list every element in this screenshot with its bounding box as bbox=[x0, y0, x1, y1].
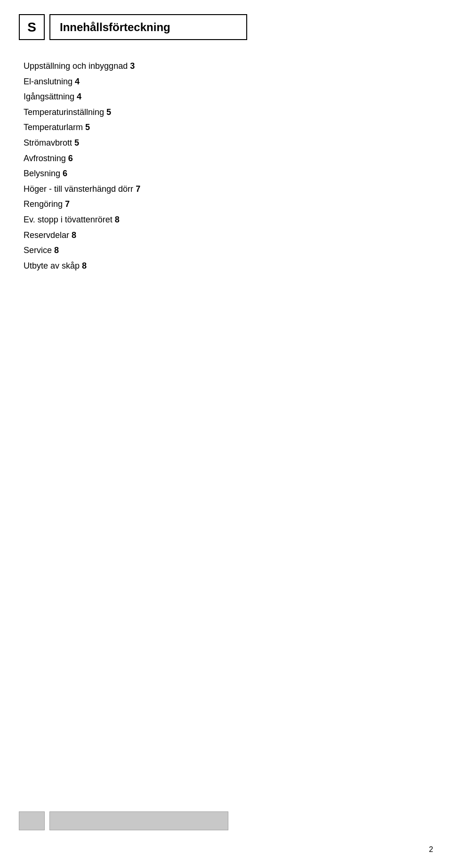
toc-item-number: 4 bbox=[77, 92, 81, 101]
toc-item: Avfrostning 6 bbox=[24, 151, 433, 166]
toc-content: Uppställning och inbyggnad 3El-anslutnin… bbox=[19, 54, 433, 273]
footer-boxes bbox=[19, 811, 228, 830]
toc-item-number: 8 bbox=[115, 215, 120, 224]
toc-item-text: Avfrostning bbox=[24, 154, 68, 163]
toc-item-number: 4 bbox=[75, 77, 80, 86]
footer-large-box bbox=[49, 811, 228, 830]
toc-item-text: Service bbox=[24, 246, 54, 255]
footer-small-box bbox=[19, 811, 45, 830]
toc-item-text: Temperaturlarm bbox=[24, 123, 85, 132]
toc-item: Strömavbrott 5 bbox=[24, 136, 433, 150]
toc-item-text: Ev. stopp i tövattenröret bbox=[24, 215, 115, 224]
toc-item-text: Rengöring bbox=[24, 199, 65, 209]
page-number: 2 bbox=[429, 845, 433, 854]
toc-item-number: 7 bbox=[136, 184, 140, 194]
toc-item: Service 8 bbox=[24, 243, 433, 258]
toc-item: Utbyte av skåp 8 bbox=[24, 259, 433, 273]
toc-item-number: 5 bbox=[74, 138, 79, 147]
toc-item-number: 7 bbox=[65, 199, 70, 209]
toc-item-number: 5 bbox=[85, 123, 90, 132]
toc-item: Rengöring 7 bbox=[24, 197, 433, 212]
toc-item-text: Reservdelar bbox=[24, 230, 72, 240]
toc-item-number: 8 bbox=[54, 246, 59, 255]
toc-item-text: Temperaturinställning bbox=[24, 107, 106, 117]
toc-item-text: Höger - till vänsterhängd dörr bbox=[24, 184, 136, 194]
toc-item: Reservdelar 8 bbox=[24, 228, 433, 243]
page-container: S Innehållsförteckning Uppställning och … bbox=[0, 0, 452, 868]
toc-item: Belysning 6 bbox=[24, 166, 433, 181]
toc-item: Uppställning och inbyggnad 3 bbox=[24, 59, 433, 74]
toc-item-text: Igångsättning bbox=[24, 92, 77, 101]
header: S Innehållsförteckning bbox=[19, 14, 433, 40]
toc-item: El-anslutning 4 bbox=[24, 74, 433, 89]
toc-item: Temperaturlarm 5 bbox=[24, 120, 433, 135]
toc-item-text: El-anslutning bbox=[24, 77, 75, 86]
toc-item-number: 5 bbox=[106, 107, 111, 117]
toc-item: Temperaturinställning 5 bbox=[24, 105, 433, 120]
toc-item-text: Strömavbrott bbox=[24, 138, 74, 147]
toc-item-number: 8 bbox=[82, 261, 87, 270]
toc-item-number: 8 bbox=[72, 230, 76, 240]
toc-item-number: 3 bbox=[130, 61, 135, 71]
header-title: Innehållsförteckning bbox=[60, 21, 170, 34]
toc-item-number: 6 bbox=[63, 169, 67, 178]
toc-item: Igångsättning 4 bbox=[24, 90, 433, 104]
toc-item-text: Utbyte av skåp bbox=[24, 261, 82, 270]
toc-item-text: Uppställning och inbyggnad bbox=[24, 61, 130, 71]
toc-item-number: 6 bbox=[68, 154, 73, 163]
header-letter-box: S bbox=[19, 14, 45, 40]
header-letter: S bbox=[27, 20, 36, 35]
toc-item-text: Belysning bbox=[24, 169, 63, 178]
header-title-box: Innehållsförteckning bbox=[49, 14, 247, 40]
toc-item: Höger - till vänsterhängd dörr 7 bbox=[24, 182, 433, 197]
toc-item: Ev. stopp i tövattenröret 8 bbox=[24, 213, 433, 227]
